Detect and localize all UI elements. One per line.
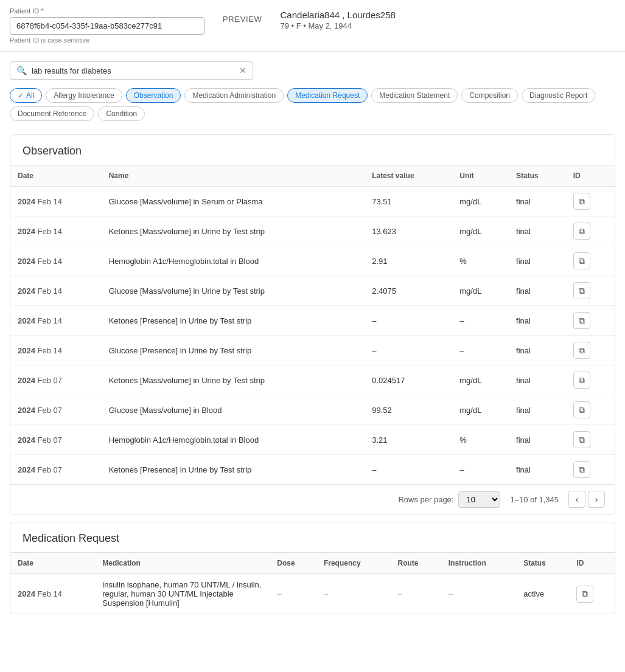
obs-id-cell: ⧉ — [566, 246, 615, 276]
observation-tbody: 2024 Feb 14Glucose [Mass/volume] in Seru… — [10, 187, 615, 485]
copy-icon[interactable]: ⧉ — [573, 431, 590, 448]
search-input[interactable] — [32, 66, 234, 75]
patient-id-label: Patient ID * — [10, 7, 204, 15]
obs-col-date: Date — [10, 165, 102, 187]
copy-icon[interactable]: ⧉ — [573, 282, 590, 299]
date-year: 2024 — [18, 227, 35, 236]
copy-icon[interactable]: ⧉ — [573, 312, 590, 329]
copy-icon[interactable]: ⧉ — [573, 372, 590, 389]
obs-unit-cell: % — [452, 425, 509, 455]
obs-unit-cell: mg/dL — [452, 187, 509, 216]
obs-value-cell: 0.024517 — [365, 365, 452, 395]
med-instruction-cell: – — [441, 574, 516, 614]
observation-thead: DateNameLatest valueUnitStatusID — [10, 165, 615, 187]
med-col-date: Date — [10, 553, 95, 574]
table-row: 2024 Feb 14Glucose [Mass/volume] in Urin… — [10, 276, 615, 306]
filter-chip-medication-statement[interactable]: Medication Statement — [371, 88, 458, 103]
date-year: 2024 — [18, 589, 35, 598]
patient-id-group: Patient ID * Patient ID is case sensitiv… — [10, 7, 204, 44]
page-nav: ‹ › — [568, 491, 605, 508]
filter-chip-observation[interactable]: Observation — [126, 88, 181, 103]
obs-value-cell: – — [365, 336, 452, 365]
observation-title: Observation — [10, 135, 615, 165]
filter-chip-composition[interactable]: Composition — [461, 88, 518, 103]
med-medication-cell: insulin isophane, human 70 UNT/ML / insu… — [95, 574, 270, 614]
filter-chip-allergy-intolerance[interactable]: Allergy Intolerance — [46, 88, 122, 103]
obs-status-cell: final — [509, 216, 566, 246]
filter-chip-all[interactable]: ✓All — [10, 88, 42, 103]
obs-name-cell: Hemoglobin A1c/Hemoglobin.total in Blood — [102, 425, 365, 455]
obs-date-cell: 2024 Feb 07 — [10, 425, 102, 455]
medication-request-thead: DateMedicationDoseFrequencyRouteInstruct… — [10, 553, 615, 574]
obs-date-cell: 2024 Feb 14 — [10, 216, 102, 246]
obs-col-id: ID — [566, 165, 615, 187]
filter-chip-medication-administration[interactable]: Medication Administration — [184, 88, 284, 103]
search-area: 🔍 ✕ — [0, 52, 625, 85]
table-row: 2024 Feb 14Glucose [Mass/volume] in Seru… — [10, 187, 615, 216]
med-dose-cell: – — [270, 574, 316, 614]
filter-chip-medication-request[interactable]: Medication Request — [287, 88, 368, 103]
copy-icon[interactable]: ⧉ — [573, 252, 590, 269]
search-icon: 🔍 — [16, 66, 27, 75]
copy-icon[interactable]: ⧉ — [573, 223, 590, 240]
patient-id-input[interactable] — [10, 17, 204, 35]
filter-chip-document-reference[interactable]: Document Reference — [10, 106, 94, 121]
obs-value-cell: – — [365, 306, 452, 336]
med-route-cell: – — [390, 574, 441, 614]
obs-value-cell: 3.21 — [365, 425, 452, 455]
date-year: 2024 — [18, 257, 35, 266]
obs-col-status: Status — [509, 165, 566, 187]
obs-date-cell: 2024 Feb 07 — [10, 455, 102, 485]
obs-id-cell: ⧉ — [566, 276, 615, 306]
copy-icon[interactable]: ⧉ — [573, 342, 590, 359]
obs-name-cell: Glucose [Mass/volume] in Serum or Plasma — [102, 187, 365, 216]
table-row: 2024 Feb 07Ketones [Mass/volume] in Urin… — [10, 365, 615, 395]
obs-date-cell: 2024 Feb 14 — [10, 276, 102, 306]
filter-chip-diagnostic-report[interactable]: Diagnostic Report — [522, 88, 595, 103]
rows-per-page: Rows per page: 10 25 50 — [398, 491, 500, 508]
prev-page-button[interactable]: ‹ — [568, 491, 585, 508]
obs-unit-cell: mg/dL — [452, 395, 509, 425]
med-col-frequency: Frequency — [316, 553, 391, 574]
medication-request-table: DateMedicationDoseFrequencyRouteInstruct… — [10, 553, 615, 614]
obs-value-cell: 13.623 — [365, 216, 452, 246]
obs-name-cell: Ketones [Presence] in Urine by Test stri… — [102, 306, 365, 336]
observation-header-row: DateNameLatest valueUnitStatusID — [10, 165, 615, 187]
preview-button[interactable]: PREVIEW — [214, 11, 271, 27]
obs-id-cell: ⧉ — [566, 455, 615, 485]
clear-icon[interactable]: ✕ — [239, 66, 246, 75]
obs-id-cell: ⧉ — [566, 216, 615, 246]
obs-date-cell: 2024 Feb 07 — [10, 395, 102, 425]
date-year: 2024 — [18, 197, 35, 206]
patient-meta: 79 • F • May 2, 1944 — [281, 21, 396, 30]
med-col-status: Status — [516, 553, 569, 574]
obs-date-cell: 2024 Feb 14 — [10, 246, 102, 276]
med-frequency-cell: – — [316, 574, 391, 614]
date-year: 2024 — [18, 316, 35, 325]
observation-table: DateNameLatest valueUnitStatusID 2024 Fe… — [10, 165, 615, 484]
obs-col-latest-value: Latest value — [365, 165, 452, 187]
obs-col-unit: Unit — [452, 165, 509, 187]
obs-status-cell: final — [509, 455, 566, 485]
obs-value-cell: 99.52 — [365, 395, 452, 425]
filter-chip-condition[interactable]: Condition — [98, 106, 145, 121]
obs-status-cell: final — [509, 395, 566, 425]
date-year: 2024 — [18, 435, 35, 445]
obs-status-cell: final — [509, 306, 566, 336]
date-year: 2024 — [18, 286, 35, 296]
copy-icon[interactable]: ⧉ — [573, 193, 590, 210]
copy-icon[interactable]: ⧉ — [576, 586, 593, 603]
med-date-cell: 2024 Feb 14 — [10, 574, 95, 614]
rows-per-page-select[interactable]: 10 25 50 — [458, 491, 500, 508]
date-year: 2024 — [18, 406, 35, 415]
table-row: 2024 Feb 07Glucose [Mass/volume] in Bloo… — [10, 395, 615, 425]
obs-status-cell: final — [509, 276, 566, 306]
med-col-medication: Medication — [95, 553, 270, 574]
obs-date-cell: 2024 Feb 14 — [10, 306, 102, 336]
next-page-button[interactable]: › — [588, 491, 605, 508]
patient-info: Candelaria844 , Lourdes258 79 • F • May … — [281, 10, 396, 30]
obs-status-cell: final — [509, 246, 566, 276]
copy-icon[interactable]: ⧉ — [573, 461, 590, 478]
page-info: 1–10 of 1,345 — [510, 495, 559, 504]
copy-icon[interactable]: ⧉ — [573, 401, 590, 418]
